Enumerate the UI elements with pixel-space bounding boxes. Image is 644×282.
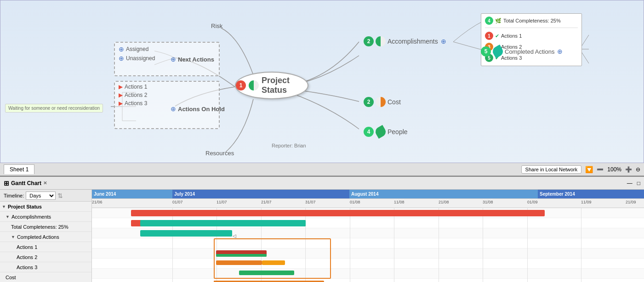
tree-label-4: Actions 1: [17, 244, 37, 250]
completed-actions-node[interactable]: 5 Completed Actions ⊕: [481, 46, 563, 56]
reporter-label: Reporter: Brian: [272, 143, 306, 148]
gantt-body: Timeline: Days Weeks Months ⇅ ▼ Project …: [0, 190, 644, 282]
bar-actions3-green[interactable]: [239, 271, 294, 275]
total-comp-label: Total Completeness: 25%: [503, 18, 561, 23]
sheet-tab[interactable]: Sheet 1: [4, 164, 34, 174]
gantt-chart-area: ◁: [92, 208, 644, 282]
bar-project-status[interactable]: [131, 210, 545, 216]
grid-line: [439, 208, 439, 282]
gantt-minimize-icon[interactable]: —: [627, 180, 633, 186]
tree-label-6: Actions 3: [17, 265, 37, 270]
total-comp-badge: 4: [485, 17, 493, 25]
share-button[interactable]: Share in Local Network: [521, 165, 582, 174]
tree-item[interactable]: ▼ Project Status: [0, 202, 91, 212]
tree-expand-1[interactable]: ▼: [6, 214, 10, 219]
month-september: September 2014: [538, 190, 644, 198]
tree-label-5: Actions 2: [17, 254, 37, 260]
gantt-row: [92, 238, 644, 248]
day-2109: 21/09: [626, 200, 636, 204]
timeline-selector: Timeline: Days Weeks Months ⇅: [0, 190, 91, 202]
tree-item[interactable]: Total Completeness: 25%: [0, 222, 91, 232]
mindmap-area: Risk Resources Reporter: Brian 1 Project…: [0, 0, 644, 163]
bar-actions2-orange[interactable]: [216, 260, 262, 265]
grid-line: [172, 208, 173, 282]
tree-label-0: Project Status: [8, 204, 42, 209]
day-1108: 11/08: [394, 200, 405, 204]
tree-label-7: Cost: [6, 275, 16, 280]
gantt-header-bar: ⊞ Gantt Chart ✕ — □: [0, 177, 644, 190]
tree-item[interactable]: Actions 3: [0, 262, 91, 272]
tree-label-3: Completed Actions: [17, 234, 59, 240]
day-2106: 21/06: [92, 200, 103, 204]
hold-actions1-label: Actions 1: [125, 84, 147, 90]
people-icon: [374, 125, 388, 139]
accomplishments-badge: 2: [364, 36, 374, 46]
gantt-title-label: Gantt Chart: [11, 180, 41, 186]
people-node[interactable]: 4 People: [364, 127, 408, 137]
tree-item[interactable]: Actions 2: [0, 252, 91, 262]
zoom-out-icon[interactable]: ➖: [597, 166, 604, 173]
center-label: Project Status: [262, 76, 308, 95]
day-2107: 21/07: [261, 200, 272, 204]
tree-expand-0[interactable]: ▼: [2, 204, 6, 209]
zoom-in-icon[interactable]: ➕: [625, 166, 632, 173]
zoom-label: 100%: [607, 166, 621, 173]
grid-line: [581, 208, 581, 282]
timeline-months: June 2014 July 2014 August 2014 Septembe…: [92, 190, 644, 199]
gantt-tree: Timeline: Days Weeks Months ⇅ ▼ Project …: [0, 190, 92, 282]
tree-item[interactable]: ▼ Completed Actions: [0, 232, 91, 242]
next-actions-node[interactable]: ⊕ Next Actions: [171, 56, 214, 63]
unassigned-label: Unassigned: [126, 55, 155, 62]
center-icon: [249, 80, 259, 90]
gantt-maximize-icon[interactable]: □: [637, 180, 640, 186]
cost-label: Cost: [388, 98, 401, 106]
waiting-label: Waiting for someone or need reconsiderat…: [5, 104, 103, 113]
bar-actions2-light[interactable]: [262, 260, 285, 265]
sheet-controls: Share in Local Network 🔽 ➖ 100% ➕ ⊖: [521, 165, 640, 174]
tree-item[interactable]: Cost: [0, 272, 91, 282]
timeline-unit-select[interactable]: Days Weeks Months: [26, 192, 56, 200]
comp-actions1-label: Actions 1: [501, 33, 522, 39]
bar-connector: ◁: [233, 233, 236, 238]
tree-item[interactable]: Actions 1: [0, 242, 91, 252]
grid-line: [394, 208, 394, 282]
timeline-days: 21/06 01/07 11/07 21/07 31/07 01/08 11/0…: [92, 199, 644, 208]
gantt-row: [92, 269, 644, 279]
day-2108: 21/08: [439, 200, 449, 204]
tree-label-1: Accomplishments: [11, 214, 51, 220]
bar-accomplishments-teal[interactable]: [140, 220, 306, 226]
tree-expand-3[interactable]: ▼: [11, 235, 15, 239]
completed-actions-badge: 5: [481, 46, 491, 56]
accomplishments-icon: [376, 36, 386, 46]
month-july: July 2014: [172, 190, 349, 198]
day-3108: 31/08: [483, 200, 493, 204]
hold-actions2-label: Actions 2: [125, 92, 147, 98]
center-badge: 1: [236, 80, 246, 90]
accomplishments-node[interactable]: 2 Accomplishments ⊕: [364, 36, 446, 46]
gantt-row: [92, 259, 644, 269]
people-label: People: [388, 128, 408, 135]
gantt-right: June 2014 July 2014 August 2014 Septembe…: [92, 190, 644, 282]
bar-total-completeness[interactable]: [140, 230, 232, 237]
timeline-label: Timeline:: [4, 193, 24, 198]
tree-item[interactable]: ▼ Accomplishments: [0, 212, 91, 222]
next-actions-label: Next Actions: [178, 56, 214, 63]
grid-line: [527, 208, 528, 282]
gantt-close-button[interactable]: ✕: [43, 180, 47, 186]
actions-on-hold-label: Actions On Hold: [178, 106, 225, 113]
sheet-bar: Sheet 1 Share in Local Network 🔽 ➖ 100% …: [0, 163, 644, 176]
completed-actions-label: Completed Actions: [505, 48, 554, 55]
gantt-container: ⊞ Gantt Chart ✕ — □ Timeline: Days Weeks…: [0, 176, 644, 282]
center-node[interactable]: 1 Project Status: [235, 72, 308, 99]
gantt-title: ⊞ Gantt Chart ✕: [4, 180, 47, 187]
day-0109: 01/09: [527, 200, 538, 204]
filter-icon[interactable]: 🔽: [585, 166, 593, 173]
bar-actions1-green[interactable]: [216, 254, 267, 257]
month-august: August 2014: [349, 190, 538, 198]
actions-on-hold-node[interactable]: ⊕ Actions On Hold: [171, 105, 225, 113]
timeline-sort-icon[interactable]: ⇅: [57, 192, 63, 199]
gantt-row: [92, 248, 644, 259]
zoom-reset-icon[interactable]: ⊖: [636, 166, 640, 173]
cost-node[interactable]: 2 Cost: [364, 97, 401, 107]
tree-label-2: Total Completeness: 25%: [11, 224, 68, 230]
